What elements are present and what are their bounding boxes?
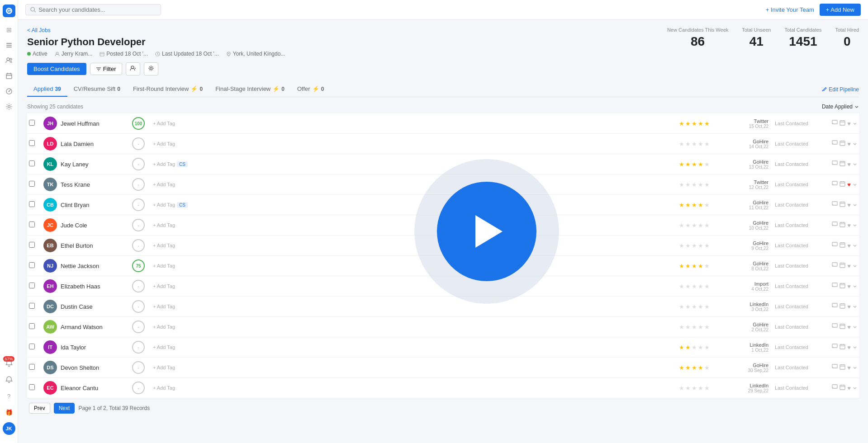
heart-icon[interactable]: ♥ [847,344,851,351]
heart-icon[interactable]: ♥ [847,385,851,391]
candidate-name[interactable]: Nettie Jackson [61,263,128,269]
message-icon[interactable] [832,201,838,208]
row-checkbox[interactable] [29,283,35,288]
calendar-icon[interactable] [840,303,845,310]
star-empty[interactable]: ★ [704,324,710,330]
chevron-down-action-icon[interactable] [853,324,857,330]
star-empty[interactable]: ★ [704,222,710,229]
star-full[interactable]: ★ [692,161,697,168]
star-empty[interactable]: ★ [685,222,691,229]
search-input[interactable] [38,6,156,13]
star-empty[interactable]: ★ [685,385,691,391]
chevron-down-action-icon[interactable] [853,202,857,208]
star-empty[interactable]: ★ [685,303,691,310]
add-new-button[interactable]: + Add New [820,4,861,16]
calendar-icon[interactable] [840,242,845,249]
star-empty[interactable]: ★ [704,181,710,188]
star-empty[interactable]: ★ [692,344,697,351]
star-empty[interactable]: ★ [704,141,710,147]
star-empty[interactable]: ★ [679,242,684,249]
user-avatar[interactable]: JK [3,422,15,435]
chevron-down-action-icon[interactable] [853,283,857,290]
row-checkbox[interactable] [29,384,35,390]
heart-icon[interactable]: ♥ [847,120,851,127]
star-full[interactable]: ★ [692,120,697,127]
row-checkbox[interactable] [29,181,35,187]
candidate-name[interactable]: Devon Shelton [61,364,128,371]
candidate-name[interactable]: Dustin Case [61,303,128,310]
row-checkbox[interactable] [29,160,35,166]
star-empty[interactable]: ★ [692,181,697,188]
app-logo[interactable]: G [3,5,15,17]
message-icon[interactable] [832,140,838,147]
star-half[interactable]: ★ [698,161,703,168]
filter-button[interactable]: Filter [90,63,122,75]
tab-final-stage[interactable]: Final-Stage Interview ⚡ 0 [209,82,291,97]
chevron-down-action-icon[interactable] [853,120,857,127]
candidate-name[interactable]: Eleanor Cantu [61,385,128,391]
star-empty[interactable]: ★ [692,283,697,290]
add-tag-button[interactable]: + Add Tag [153,344,175,350]
row-checkbox[interactable] [29,242,35,248]
star-empty[interactable]: ★ [685,181,691,188]
sidebar-item-notification[interactable]: 67% [3,357,15,370]
message-icon[interactable] [832,222,838,229]
star-empty[interactable]: ★ [685,242,691,249]
star-empty[interactable]: ★ [704,283,710,290]
star-empty[interactable]: ★ [692,141,697,147]
star-full[interactable]: ★ [685,202,691,208]
star-empty[interactable]: ★ [698,344,703,351]
candidate-name[interactable]: Jewel Huffman [61,120,128,127]
row-checkbox[interactable] [29,364,35,370]
heart-icon[interactable]: ♥ [847,181,851,188]
add-tag-button[interactable]: + Add Tag [153,385,175,391]
calendar-icon[interactable] [840,222,845,229]
candidate-name[interactable]: Elizabeth Haas [61,283,128,290]
chevron-down-action-icon[interactable] [853,303,857,310]
star-empty[interactable]: ★ [698,181,703,188]
star-empty[interactable]: ★ [698,303,703,310]
search-box[interactable] [25,4,161,15]
sidebar-item-gift[interactable]: 🎁 [3,406,15,419]
star-empty[interactable]: ★ [704,385,710,391]
row-checkbox[interactable] [29,201,35,207]
candidate-name[interactable]: Tess Krane [61,181,128,188]
row-checkbox[interactable] [29,323,35,329]
edit-pipeline-button[interactable]: Edit Pipeline [822,86,859,93]
star-full[interactable]: ★ [679,364,684,371]
message-icon[interactable] [832,364,838,371]
star-empty[interactable]: ★ [679,283,684,290]
row-checkbox[interactable] [29,303,35,309]
star-empty[interactable]: ★ [698,242,703,249]
star-full[interactable]: ★ [679,344,684,351]
calendar-icon[interactable] [840,120,845,127]
star-full[interactable]: ★ [685,364,691,371]
star-empty[interactable]: ★ [698,141,703,147]
message-icon[interactable] [832,303,838,310]
message-icon[interactable] [832,323,838,330]
star-empty[interactable]: ★ [704,303,710,310]
star-full[interactable]: ★ [685,344,691,351]
star-empty[interactable]: ★ [698,222,703,229]
tab-offer[interactable]: Offer ⚡ 0 [291,82,330,97]
star-empty[interactable]: ★ [704,242,710,249]
star-empty[interactable]: ★ [692,303,697,310]
heart-icon[interactable]: ♥ [847,161,851,168]
add-tag-button[interactable]: + Add Tag [153,243,175,248]
star-full[interactable]: ★ [685,120,691,127]
calendar-icon[interactable] [840,262,845,269]
star-full[interactable]: ★ [698,263,703,269]
chevron-down-action-icon[interactable] [853,181,857,188]
star-empty[interactable]: ★ [698,283,703,290]
star-full[interactable]: ★ [692,263,697,269]
calendar-icon[interactable] [840,344,845,351]
heart-icon[interactable]: ♥ [847,141,851,147]
chevron-down-action-icon[interactable] [853,242,857,249]
boost-candidates-button[interactable]: Boost Candidates [27,63,86,75]
heart-icon[interactable]: ♥ [847,283,851,290]
tab-first-round[interactable]: First-Round Interview ⚡ 0 [127,82,209,97]
settings-button[interactable] [144,62,158,75]
star-empty[interactable]: ★ [692,242,697,249]
heart-icon[interactable]: ♥ [847,222,851,229]
tab-cv-sift[interactable]: CV/Resume Sift 0 [67,82,127,97]
